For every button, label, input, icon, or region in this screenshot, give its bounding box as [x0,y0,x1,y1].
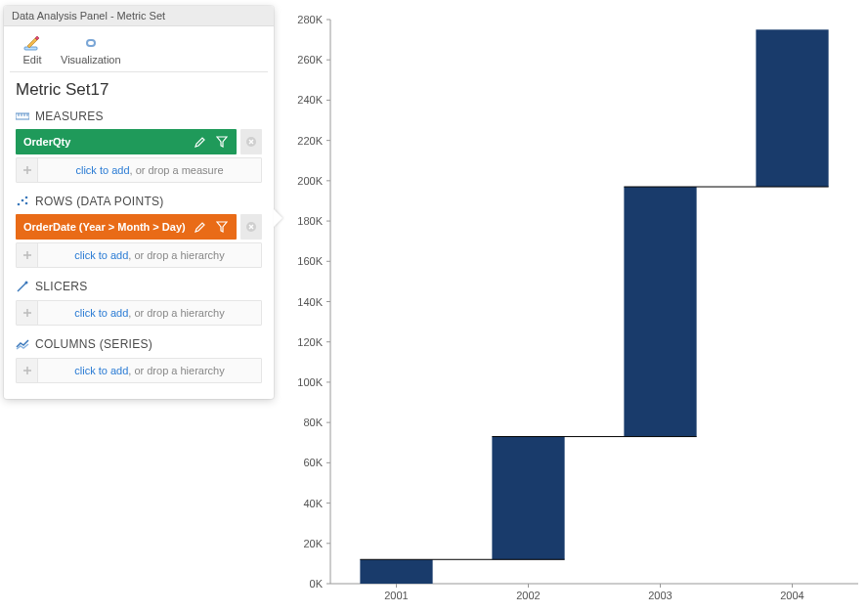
section-heading-rows: ROWS (DATA POINTS) [4,191,274,212]
metricset-name: Metric Set17 [4,72,274,106]
waterfall-chart[interactable]: 0K20K40K60K80K100K120K140K160K180K200K22… [282,4,868,613]
scatter-icon [16,195,29,208]
bar-2002[interactable] [492,437,564,560]
plus-icon[interactable] [17,158,38,182]
add-measure-row[interactable]: click to add, or drop a measure [16,157,262,183]
bar-2001[interactable] [360,559,432,584]
add-measure-text: click to add, or drop a measure [38,164,261,176]
svg-point-7 [18,203,21,206]
bar-2004[interactable] [756,29,828,187]
link-icon [80,34,102,52]
visualization-button[interactable]: Visualization [61,34,121,66]
svg-text:2002: 2002 [516,590,540,601]
add-row-row[interactable]: click to add, or drop a hierarchy [16,242,262,268]
slicers-heading-label: SLICERS [35,280,87,293]
row-chip-orderdate[interactable]: OrderDate (Year > Month > Day) [16,214,237,240]
svg-text:2003: 2003 [648,590,672,601]
svg-text:280K: 280K [297,14,323,25]
add-slicer-row[interactable]: click to add, or drop a hierarchy [16,300,262,326]
panel-toolbar: Edit Visualization [10,26,268,72]
svg-text:240K: 240K [297,94,323,106]
svg-text:20K: 20K [303,538,323,549]
add-slicer-cta[interactable]: click to add [74,307,128,319]
add-row-cta[interactable]: click to add [74,249,128,261]
visualization-label: Visualization [61,54,121,66]
measure-chip-orderqty[interactable]: OrderQty [16,129,237,154]
svg-point-12 [25,282,28,285]
svg-text:2004: 2004 [780,590,803,601]
edit-label: Edit [23,54,42,66]
svg-text:140K: 140K [297,296,323,308]
svg-text:2001: 2001 [384,590,408,601]
svg-text:220K: 220K [297,135,323,147]
section-heading-slicers: SLICERS [4,276,274,297]
section-heading-columns: COLUMNS (SERIES) [4,333,274,355]
add-slicer-text: click to add, or drop a hierarchy [38,307,261,319]
bar-2003[interactable] [624,187,696,437]
edit-button[interactable]: Edit [22,34,43,66]
svg-text:260K: 260K [297,54,323,66]
section-heading-measures: MEASURES [4,106,274,127]
add-row-text: click to add, or drop a hierarchy [38,249,261,261]
pencil-icon[interactable] [194,135,207,149]
measure-chip-label: OrderQty [23,136,70,148]
chart-area: 0K20K40K60K80K100K120K140K160K180K200K22… [282,0,868,613]
add-column-row[interactable]: click to add, or drop a hierarchy [16,358,262,383]
remove-measure-button[interactable] [240,129,262,154]
plus-icon[interactable] [17,301,38,325]
slicer-icon [16,280,29,293]
svg-text:160K: 160K [297,255,323,267]
remove-row-button[interactable] [240,214,262,240]
add-column-cta[interactable]: click to add [74,365,128,376]
panel-title: Data Analysis Panel - Metric Set [4,6,274,26]
data-analysis-panel: Data Analysis Panel - Metric Set Edit [4,6,274,399]
plus-icon[interactable] [17,243,38,267]
svg-text:200K: 200K [297,175,323,187]
pencil-icon[interactable] [194,220,207,234]
svg-text:100K: 100K [297,376,323,388]
filter-icon[interactable] [215,135,229,149]
row-chip-label: OrderDate (Year > Month > Day) [23,221,186,233]
svg-text:80K: 80K [303,416,323,428]
add-measure-cta[interactable]: click to add [75,164,129,176]
svg-text:60K: 60K [303,457,323,468]
svg-point-9 [25,197,28,199]
svg-text:40K: 40K [303,498,323,509]
svg-rect-0 [24,47,37,50]
rows-heading-label: ROWS (DATA POINTS) [35,195,164,208]
plus-icon[interactable] [17,359,38,382]
svg-text:0K: 0K [310,578,324,590]
svg-text:180K: 180K [297,215,323,227]
svg-point-8 [22,199,24,202]
svg-point-10 [25,202,28,205]
series-icon [16,337,29,351]
measures-heading-label: MEASURES [35,109,104,123]
columns-heading-label: COLUMNS (SERIES) [35,337,152,351]
pencil-icon [22,34,43,52]
filter-icon[interactable] [215,220,229,234]
add-column-text: click to add, or drop a hierarchy [38,365,261,376]
ruler-icon [16,109,29,123]
svg-text:120K: 120K [297,336,323,348]
